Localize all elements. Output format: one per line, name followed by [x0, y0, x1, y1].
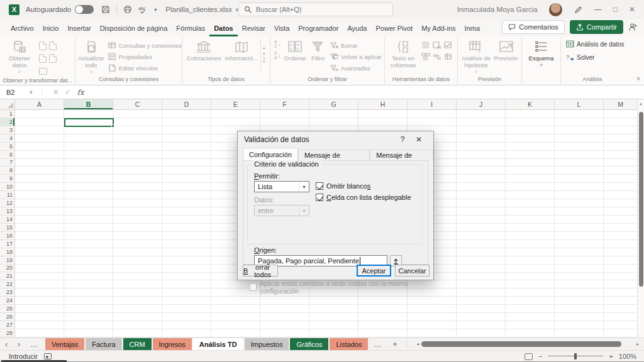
cancel-button[interactable]: Cancelar: [395, 265, 430, 277]
normal-view-icon[interactable]: [525, 353, 533, 360]
dialog-tab-configuraci-n[interactable]: Configuración: [243, 148, 298, 160]
column-header-E[interactable]: E: [211, 99, 260, 109]
clear-filter-button[interactable]: Borrar: [330, 40, 382, 51]
sheet-tab-ingresos[interactable]: Ingresos: [153, 338, 192, 350]
row-header-6[interactable]: 6: [0, 151, 14, 159]
row-header-19[interactable]: 19: [0, 256, 14, 265]
sheet-nav-prev-icon[interactable]: ‹: [0, 340, 13, 349]
consolidate-icon[interactable]: [421, 53, 430, 60]
row-header-24[interactable]: 24: [0, 297, 14, 305]
collapse-ribbon-icon[interactable]: ˅: [636, 75, 640, 82]
search-box[interactable]: [238, 3, 393, 16]
ignore-blank-checkbox[interactable]: Omitir blancos: [316, 182, 370, 190]
sort-az-button[interactable]: AZ↓: [274, 40, 280, 48]
ink-pen-icon[interactable]: [574, 5, 583, 14]
row-header-20[interactable]: 20: [0, 265, 14, 273]
document-title[interactable]: Planilla_clientes.xlsx ∨: [165, 6, 238, 13]
vertical-scrollbar[interactable]: ▴: [637, 99, 644, 337]
sheet-nav-next-icon[interactable]: ›: [13, 340, 25, 349]
selected-cell-B2[interactable]: [64, 118, 114, 127]
relationships-icon[interactable]: [433, 53, 441, 60]
checkbox-checked-icon[interactable]: [316, 194, 323, 201]
sheet-tab-listados[interactable]: Listados: [330, 338, 368, 350]
forecast-sheet-button[interactable]: Previsión: [493, 38, 519, 62]
row-header-10[interactable]: 10: [0, 183, 14, 191]
close-button[interactable]: ✕: [629, 5, 635, 14]
autosave-toggle[interactable]: [75, 5, 94, 14]
row-header-13[interactable]: 13: [0, 207, 14, 216]
data-validation-icon[interactable]: [444, 41, 453, 49]
scroll-up-icon[interactable]: ▴: [640, 99, 642, 108]
name-box[interactable]: B2 ∨: [0, 85, 36, 99]
dialog-tab-mensaje-de-entrada[interactable]: Mensaje de entrada: [298, 150, 370, 160]
scroll-left-icon[interactable]: ◂: [416, 341, 419, 347]
sheet-tab-impuestos[interactable]: Impuestos: [245, 338, 289, 350]
vertical-scroll-thumb[interactable]: [639, 112, 643, 287]
qat-customize-icon[interactable]: ▾: [154, 7, 157, 13]
zoom-out-button[interactable]: −: [538, 353, 542, 360]
column-header-J[interactable]: J: [457, 99, 506, 109]
gallery-more-icon[interactable]: ▾: [263, 58, 265, 64]
column-header-M[interactable]: M: [604, 99, 637, 109]
row-header-26[interactable]: 26: [0, 313, 14, 321]
dialog-title-bar[interactable]: Validación de datos ? ✕: [238, 131, 433, 148]
row-header-25[interactable]: 25: [0, 305, 14, 313]
column-header-L[interactable]: L: [555, 99, 604, 109]
dialog-tab-mensaje-de-error[interactable]: Mensaje de error: [370, 150, 433, 160]
sheet-nav-more-icon[interactable]: …: [25, 340, 43, 349]
avatar[interactable]: [549, 3, 562, 16]
remove-duplicates-icon[interactable]: [433, 41, 441, 49]
filter-button[interactable]: Filtro: [308, 38, 328, 62]
row-header-1[interactable]: 1: [0, 110, 14, 118]
reapply-filter-button[interactable]: Volver a aplicar: [330, 51, 382, 62]
maximize-button[interactable]: □: [613, 5, 618, 14]
sheet-tab-gr-ficos[interactable]: Gráficos: [290, 338, 328, 350]
row-header-12[interactable]: 12: [0, 199, 14, 207]
zoom-slider[interactable]: [548, 353, 603, 360]
row-header-23[interactable]: 23: [0, 288, 14, 297]
existing-connections-icon[interactable]: [39, 68, 47, 75]
gallery-up-icon[interactable]: ▴: [263, 45, 265, 50]
fill-handle[interactable]: [111, 124, 114, 128]
stocks-button[interactable]: Cotizaciones: [185, 38, 223, 62]
zoom-in-button[interactable]: +: [609, 353, 613, 360]
row-header-4[interactable]: 4: [0, 134, 14, 143]
allow-dropdown-arrow-icon[interactable]: ▾: [299, 182, 309, 192]
ribbon-tab-revisar[interactable]: Revisar: [238, 21, 270, 36]
row-header-17[interactable]: 17: [0, 240, 14, 248]
ribbon-tab-power-pivot[interactable]: Power Pivot: [371, 21, 417, 36]
flash-fill-icon[interactable]: [421, 41, 430, 49]
text-to-columns-button[interactable]: Texto en columnas: [387, 38, 419, 69]
row-header-27[interactable]: 27: [0, 321, 14, 329]
add-sheet-button[interactable]: +: [387, 340, 402, 349]
gallery-down-icon[interactable]: ▾: [263, 52, 265, 57]
horizontal-scrollbar[interactable]: ◂ ▸: [411, 341, 644, 347]
row-header-9[interactable]: 9: [0, 175, 14, 183]
row-header-3[interactable]: 3: [0, 126, 14, 134]
excel-logo-icon[interactable]: X: [9, 4, 19, 15]
ribbon-tab-programador[interactable]: Programador: [294, 21, 343, 36]
share-button[interactable]: Compartir: [570, 20, 623, 34]
geography-button[interactable]: Informació...: [224, 38, 259, 62]
ribbon-tab-datos[interactable]: Datos: [209, 21, 238, 36]
search-input[interactable]: [256, 6, 369, 13]
scroll-right-icon[interactable]: ▸: [636, 341, 639, 347]
ribbon-tab-my-add-ins[interactable]: My Add-ins: [417, 21, 460, 36]
column-header-K[interactable]: K: [506, 99, 555, 109]
ribbon-tab-vista[interactable]: Vista: [270, 21, 294, 36]
data-types-gallery-scroll[interactable]: ▴ ▾ ▾: [260, 38, 267, 71]
sheet-tab-factura[interactable]: Factura: [86, 338, 121, 350]
queries-connections-button[interactable]: Consultas y conexiones: [108, 40, 182, 51]
hidden-sheets-icon[interactable]: …: [368, 340, 387, 349]
confirm-entry-icon[interactable]: ✓: [65, 88, 70, 96]
column-header-B[interactable]: B: [64, 99, 113, 109]
ribbon-tab-inma[interactable]: Inma: [460, 21, 484, 36]
sheet-tab-crm[interactable]: CRM: [123, 338, 152, 350]
comments-button[interactable]: Comentarios: [502, 20, 564, 34]
column-header-D[interactable]: D: [162, 99, 211, 109]
cancel-entry-icon[interactable]: ✕: [53, 88, 58, 96]
outline-button[interactable]: Esquema ˅: [525, 38, 558, 68]
recent-sources-icon[interactable]: [49, 54, 57, 63]
properties-button[interactable]: Propiedades: [108, 51, 182, 62]
refresh-all-button[interactable]: Actualizar todo ˅: [78, 38, 104, 75]
